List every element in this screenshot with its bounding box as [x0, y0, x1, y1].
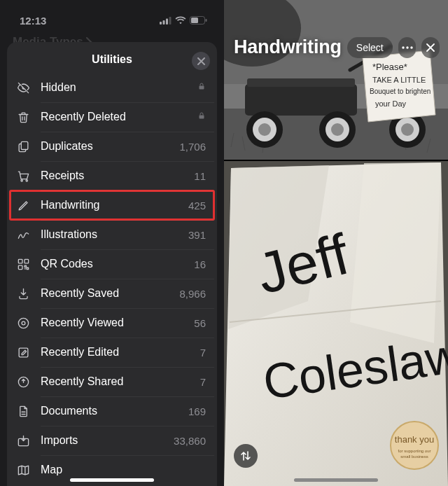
screenshot-right: *Please* TAKE A LITTLE Bouquet to bright… — [224, 0, 448, 486]
sort-button[interactable] — [234, 444, 258, 468]
svg-point-53 — [391, 422, 438, 469]
qr-icon — [15, 256, 31, 272]
svg-point-65 — [406, 46, 408, 48]
close-icon — [426, 43, 435, 52]
close-icon — [197, 57, 205, 65]
list-item-label: Recently Viewed — [41, 317, 168, 329]
list-item-label: Recently Shared — [41, 375, 168, 388]
svg-rect-29 — [245, 84, 357, 116]
list-item-label: Map — [41, 464, 168, 476]
photo-thumbnail[interactable]: *Please* TAKE A LITTLE Bouquet to bright… — [224, 0, 448, 160]
svg-point-64 — [402, 46, 404, 48]
home-indicator[interactable] — [70, 478, 154, 482]
svg-rect-12 — [18, 259, 22, 263]
svg-text:Bouquet to brighten: Bouquet to brighten — [370, 88, 430, 95]
list-item-label: Recently Deleted — [41, 111, 186, 123]
list-item-label: Documents — [41, 405, 168, 417]
list-item-label: Duplicates — [41, 140, 168, 153]
home-indicator[interactable] — [294, 478, 378, 482]
battery-icon — [190, 16, 207, 25]
svg-point-16 — [22, 321, 25, 325]
list-item-imports[interactable]: Imports 33,860 — [10, 426, 214, 455]
list-item-count: 11 — [178, 170, 206, 182]
list-item-count: 7 — [178, 376, 206, 388]
status-time: 12:13 — [20, 15, 46, 27]
wifi-icon — [175, 16, 186, 25]
ellipsis-icon — [402, 46, 413, 49]
utilities-modal: Utilities Hidden Recently Deleted Duplic… — [7, 42, 217, 486]
svg-marker-49 — [350, 162, 441, 343]
lock-icon — [196, 81, 206, 94]
list-item-label: Receipts — [41, 169, 168, 182]
list-item-label: QR Codes — [41, 258, 168, 270]
svg-rect-8 — [200, 116, 204, 119]
list-item-label: Illustrations — [41, 228, 168, 241]
select-button[interactable]: Select — [347, 37, 393, 58]
list-item-recently-saved[interactable]: Recently Saved 8,966 — [10, 279, 214, 308]
more-button[interactable] — [398, 37, 416, 58]
list-item-recently-deleted[interactable]: Recently Deleted — [10, 102, 214, 132]
svg-rect-7 — [200, 86, 204, 90]
svg-text:thank you: thank you — [395, 434, 434, 445]
svg-rect-30 — [247, 78, 355, 87]
svg-rect-0 — [160, 22, 162, 25]
svg-point-66 — [410, 46, 412, 48]
scribble-icon — [15, 227, 31, 242]
svg-text:your Day: your Day — [375, 99, 407, 108]
list-item-qr-codes[interactable]: QR Codes 16 — [10, 249, 214, 279]
list-item-receipts[interactable]: Receipts 11 — [10, 161, 214, 190]
list-item-duplicates[interactable]: Duplicates 1,706 — [10, 132, 214, 161]
lock-icon — [196, 111, 206, 123]
sort-arrows-icon — [240, 450, 251, 461]
download-icon — [15, 286, 31, 301]
list-item-handwriting[interactable]: Handwriting 425 — [10, 190, 214, 220]
svg-rect-5 — [191, 18, 198, 23]
svg-rect-14 — [18, 265, 22, 270]
map-icon — [15, 462, 31, 478]
modal-header: Utilities — [7, 45, 217, 73]
svg-rect-9 — [21, 141, 27, 149]
edit-icon — [15, 345, 31, 360]
svg-rect-2 — [166, 18, 168, 25]
photo-thumbnail[interactable]: Jeff Coleslaw thank you for supporting o… — [224, 161, 448, 486]
trash-icon — [15, 109, 31, 125]
svg-point-34 — [258, 123, 271, 136]
album-header: Handwriting Select — [224, 34, 448, 64]
svg-point-15 — [18, 318, 28, 328]
share-icon — [15, 374, 31, 389]
list-item-count: 169 — [178, 405, 206, 417]
list-item-label: Recently Edited — [41, 346, 168, 359]
status-bar: 12:13 — [0, 0, 224, 34]
doc-icon — [15, 403, 31, 419]
svg-text:TAKE A LITTLE: TAKE A LITTLE — [372, 76, 426, 84]
svg-point-11 — [26, 179, 27, 181]
list-item-recently-shared[interactable]: Recently Shared 7 — [10, 367, 214, 396]
list-item-count: 425 — [178, 200, 206, 211]
close-button[interactable] — [421, 37, 440, 58]
list-item-illustrations[interactable]: Illustrations 391 — [10, 220, 214, 249]
modal-title: Utilities — [92, 53, 132, 65]
svg-rect-3 — [169, 17, 172, 25]
svg-point-10 — [20, 179, 22, 181]
list-item-documents[interactable]: Documents 169 — [10, 396, 214, 426]
screenshot-left: 12:13 Media Types Utilities Hidden Recen… — [0, 0, 224, 486]
receipt-icon — [15, 168, 31, 183]
list-item-recently-edited[interactable]: Recently Edited 7 — [10, 338, 214, 367]
close-button[interactable] — [192, 52, 210, 70]
svg-text:for supporting our: for supporting our — [398, 449, 430, 453]
list-item-count: 8,966 — [178, 288, 206, 300]
pencil-icon — [15, 197, 31, 213]
svg-rect-13 — [24, 259, 29, 263]
list-item-label: Imports — [41, 434, 164, 447]
list-item-count: 1,706 — [178, 141, 206, 153]
eye-circle-icon — [15, 315, 31, 331]
photo-grid: *Please* TAKE A LITTLE Bouquet to bright… — [224, 0, 448, 486]
list-item-hidden[interactable]: Hidden — [10, 73, 214, 102]
list-item-label: Hidden — [41, 81, 186, 94]
list-item-recently-viewed[interactable]: Recently Viewed 56 — [10, 308, 214, 338]
page-title: Handwriting — [234, 36, 342, 58]
svg-rect-1 — [163, 20, 165, 25]
list-item-label: Handwriting — [41, 199, 168, 211]
status-indicators — [160, 16, 207, 25]
svg-point-37 — [331, 123, 344, 136]
